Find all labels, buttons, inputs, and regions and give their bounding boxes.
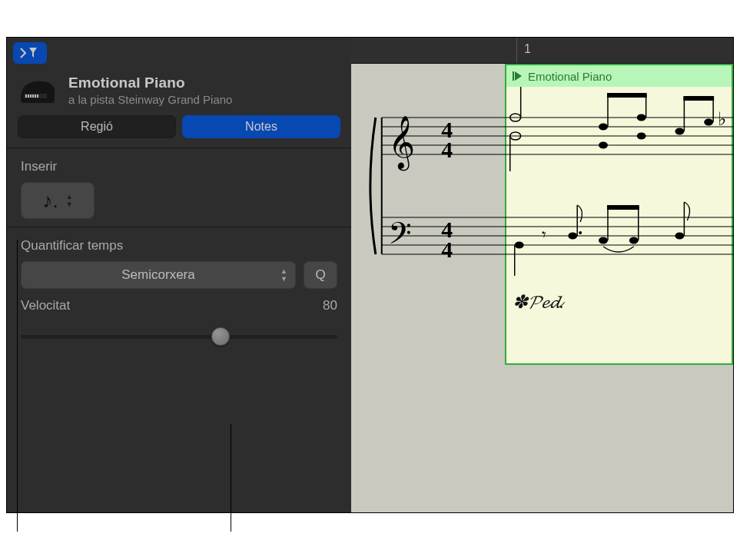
svg-point-45 — [568, 233, 577, 240]
slider-track — [21, 335, 337, 339]
bar-ruler[interactable]: 1 — [351, 38, 733, 64]
inspector-tabs: Regió Notes — [7, 115, 351, 147]
callout-line — [17, 340, 18, 532]
svg-rect-40 — [683, 96, 714, 101]
quantize-section: Quantificar temps Semicorxera ▲▼ Q Veloc… — [7, 227, 351, 360]
dotted-eighth-note-icon: ♪. — [42, 189, 58, 213]
svg-rect-35 — [607, 93, 647, 98]
svg-rect-1 — [25, 94, 27, 98]
svg-text:𝄢: 𝄢 — [388, 217, 412, 257]
ruler-tick — [516, 38, 517, 63]
svg-text:𝄾: 𝄾 — [543, 231, 547, 238]
grand-piano-icon — [18, 75, 58, 106]
quantize-label: Quantificar temps — [21, 238, 337, 253]
svg-rect-6 — [37, 94, 38, 98]
stepper-arrows-icon: ▲▼ — [280, 268, 287, 282]
svg-point-42 — [515, 242, 524, 249]
score-region-name: Emotional Piano — [528, 70, 612, 83]
velocity-value: 80 — [323, 298, 337, 313]
tab-notes[interactable]: Notes — [182, 115, 340, 138]
callout-line — [231, 424, 231, 532]
pedal-marking: ✽𝓟𝓮𝓭. — [513, 291, 564, 313]
svg-point-49 — [629, 237, 639, 244]
velocity-label: Velocitat — [21, 298, 70, 313]
score-area[interactable]: 1 Emotional Piano — [351, 38, 733, 512]
svg-point-38 — [704, 119, 713, 126]
region-title: Emotional Piano — [68, 75, 340, 91]
svg-point-48 — [599, 237, 608, 244]
insert-label: Inserir — [21, 159, 337, 174]
svg-point-36 — [675, 128, 684, 135]
insert-note-popup[interactable]: ♪. ▲▼ — [21, 182, 95, 219]
ruler-bar-number: 1 — [524, 42, 531, 56]
region-header-block: Emotional Piano a la pista Steinway Gran… — [7, 67, 351, 115]
slider-knob[interactable] — [211, 327, 230, 346]
svg-rect-3 — [30, 94, 32, 98]
tab-region[interactable]: Regió — [18, 115, 176, 138]
catch-filter-button[interactable] — [13, 42, 47, 64]
svg-point-32 — [637, 114, 646, 121]
inspector-toolbar — [7, 38, 351, 67]
stepper-arrows-icon: ▲▼ — [66, 194, 73, 207]
filter-icon — [20, 47, 40, 59]
play-region-icon — [513, 71, 523, 81]
svg-text:𝄞: 𝄞 — [388, 116, 415, 171]
velocity-slider[interactable] — [21, 321, 337, 352]
svg-rect-52 — [607, 205, 639, 210]
svg-rect-4 — [32, 94, 34, 98]
svg-text:4: 4 — [441, 137, 453, 162]
svg-rect-7 — [513, 71, 514, 81]
insert-section: Inserir ♪. ▲▼ — [7, 148, 351, 227]
svg-rect-5 — [35, 94, 36, 98]
svg-text:4: 4 — [441, 237, 453, 262]
quantize-apply-button[interactable]: Q — [304, 261, 337, 289]
svg-point-46 — [579, 231, 582, 234]
inspector-panel: Emotional Piano a la pista Steinway Gran… — [7, 38, 351, 512]
score-region-header[interactable]: Emotional Piano — [505, 64, 733, 87]
region-track-subtitle: a la pista Steinway Grand Piano — [68, 93, 340, 106]
svg-point-29 — [599, 124, 608, 131]
svg-point-30 — [599, 142, 608, 149]
svg-rect-2 — [28, 94, 29, 98]
quantize-value: Semicorxera — [121, 267, 194, 283]
svg-text:♭: ♭ — [718, 109, 726, 129]
svg-point-53 — [675, 233, 684, 240]
quantize-value-popup[interactable]: Semicorxera ▲▼ — [21, 261, 296, 289]
score-staff-svg: 𝄞 𝄢 4 4 4 4 — [351, 87, 733, 317]
svg-point-33 — [637, 133, 646, 140]
